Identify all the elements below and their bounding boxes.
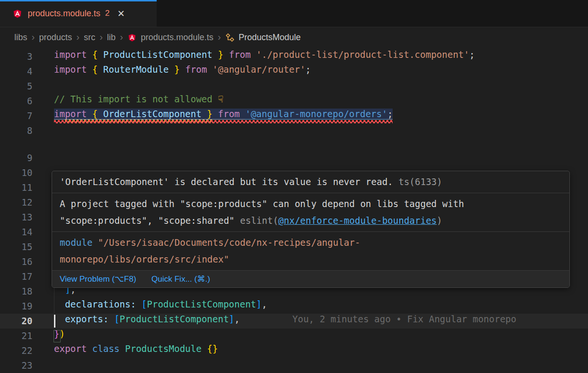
gutter: 34567891011121314151617181920212223	[0, 48, 32, 373]
hover-text: eslint(	[240, 215, 278, 226]
line-number: 12	[0, 195, 32, 210]
hover-text: ts(6133)	[398, 176, 442, 187]
view-problem-action[interactable]: View Problem (⌥F8)	[60, 274, 136, 284]
eslint-rule-link[interactable]: @nx/enforce-module-boundaries	[278, 215, 437, 226]
line-number: 3	[0, 49, 32, 64]
code-line[interactable]: exports: [ProductListComponent],You, 2 m…	[54, 314, 588, 329]
line-number: 14	[0, 225, 32, 240]
angular-icon	[128, 33, 137, 42]
chevron-right-icon: ›	[99, 32, 103, 43]
line-number: 10	[0, 165, 32, 180]
line-number: 20	[0, 314, 32, 329]
breadcrumb-file[interactable]: products.module.ts	[128, 33, 214, 43]
line-number: 19	[0, 299, 32, 314]
line-number: 17	[0, 269, 32, 284]
line-number: 4	[0, 64, 32, 79]
text-cursor	[54, 315, 55, 328]
line-number: 6	[0, 94, 32, 109]
hover-section: A project tagged with "scope:products" c…	[52, 193, 569, 232]
tab-products-module[interactable]: products.module.ts 2 ✕	[0, 0, 157, 27]
code-line[interactable]: declarations: [ProductListComponent],	[54, 299, 588, 314]
vscode-editor-window: products.module.ts 2 ✕ libs › products ›…	[0, 0, 588, 373]
close-icon[interactable]: ✕	[118, 8, 125, 19]
line-number: 7	[0, 109, 32, 123]
code-line[interactable]	[54, 79, 588, 94]
tab-problem-count: 2	[105, 9, 109, 18]
code-line[interactable]: import { ProductListComponent } from './…	[54, 49, 588, 64]
breadcrumb: libs › products › src › lib › products.m…	[0, 27, 588, 48]
breadcrumb-libs[interactable]: libs	[14, 33, 27, 43]
chevron-right-icon: ›	[76, 32, 80, 43]
quick-fix-action[interactable]: Quick Fix... (⌘.)	[151, 274, 210, 284]
line-number: 23	[0, 358, 32, 373]
hover-section: 'OrderListComponent' is declared but its…	[52, 171, 569, 193]
chevron-right-icon: ›	[218, 32, 221, 43]
hover-text	[393, 176, 398, 187]
code-line[interactable]: export class ProductsModule {}	[54, 343, 588, 358]
git-blame-annotation: You, 2 minutes ago • Fix Angular monorep…	[292, 314, 516, 329]
hover-status-bar: View Problem (⌥F8)Quick Fix... (⌘.)	[52, 271, 569, 287]
line-number: 8	[0, 123, 32, 138]
chevron-right-icon: ›	[32, 32, 35, 43]
code-line[interactable]: import { RouterModule } from '@angular/r…	[54, 64, 588, 79]
breadcrumb-src[interactable]: src	[84, 33, 95, 43]
line-number: 13	[0, 210, 32, 225]
breadcrumb-products[interactable]: products	[39, 33, 72, 43]
line-number: 5	[0, 79, 32, 94]
hover-text: monorepo/libs/orders/src/index"	[60, 254, 229, 264]
code-line[interactable]: // This import is not allowed ☟	[54, 94, 588, 109]
hover-text: A project tagged with "scope:products" c…	[60, 198, 464, 209]
hover-text: module	[60, 237, 98, 248]
error-squiggle	[54, 120, 393, 123]
code-line[interactable]	[54, 358, 588, 373]
tab-bar: products.module.ts 2 ✕	[0, 0, 588, 27]
hover-section: module "/Users/isaac/Documents/code/nx-r…	[52, 232, 569, 271]
line-number: 22	[0, 343, 32, 358]
breadcrumb-lib[interactable]: lib	[107, 33, 116, 43]
tab-title: products.module.ts	[28, 9, 100, 19]
hover-text: )	[437, 215, 442, 226]
code-line[interactable]: import { OrderListComponent } from '@ang…	[54, 109, 588, 123]
line-number: 15	[0, 240, 32, 254]
code-line[interactable]: })	[54, 329, 588, 343]
angular-icon	[12, 9, 22, 19]
diagnostics-hover-widget: 'OrderListComponent' is declared but its…	[52, 171, 570, 288]
bracket-match-highlight	[53, 330, 61, 342]
code-line[interactable]	[54, 151, 588, 165]
breadcrumb-symbol[interactable]: ProductsModule	[225, 33, 301, 43]
line-number: 16	[0, 254, 32, 269]
chevron-right-icon: ›	[120, 32, 123, 43]
symbol-class-icon	[225, 33, 235, 42]
hover-text: 'OrderListComponent' is declared but its…	[60, 176, 393, 187]
hover-text: "/Users/isaac/Documents/code/nx-recipes/…	[98, 237, 360, 248]
hover-text: "scope:products", "scope:shared"	[60, 215, 240, 226]
line-number: 18	[0, 284, 32, 299]
code-editor[interactable]: 34567891011121314151617181920212223 impo…	[0, 48, 588, 373]
line-number: 9	[0, 151, 32, 165]
line-number: 11	[0, 180, 32, 195]
code-line[interactable]	[54, 123, 588, 138]
line-number: 21	[0, 329, 32, 343]
